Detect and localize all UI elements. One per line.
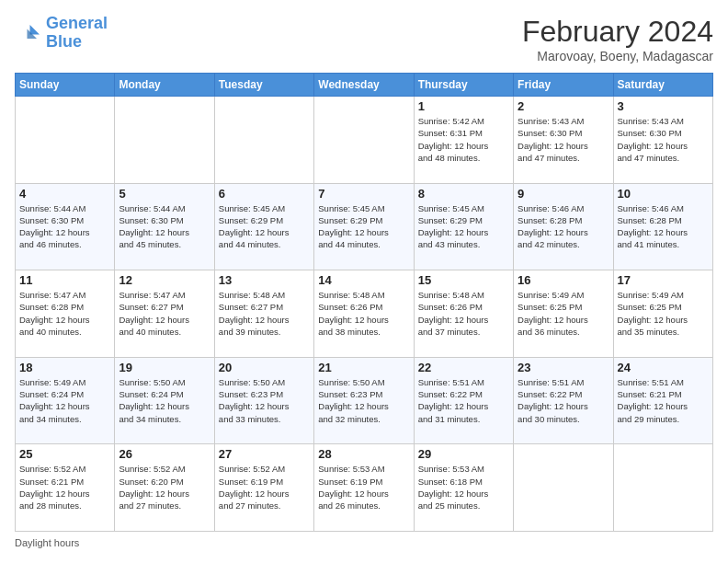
calendar-cell: 3Sunrise: 5:43 AMSunset: 6:30 PMDaylight… xyxy=(613,97,712,184)
calendar-cell xyxy=(115,97,214,184)
calendar-week-row: 1Sunrise: 5:42 AMSunset: 6:31 PMDaylight… xyxy=(16,97,713,184)
logo-icon xyxy=(15,19,42,47)
calendar-cell: 2Sunrise: 5:43 AMSunset: 6:30 PMDaylight… xyxy=(514,97,613,184)
day-number: 5 xyxy=(119,187,210,201)
day-info: Sunrise: 5:48 AMSunset: 6:26 PMDaylight:… xyxy=(418,289,509,338)
footer-text: Daylight hours xyxy=(15,537,79,548)
day-info: Sunrise: 5:50 AMSunset: 6:23 PMDaylight:… xyxy=(318,376,409,425)
day-number: 4 xyxy=(19,187,110,201)
day-number: 12 xyxy=(119,273,210,287)
calendar-cell xyxy=(16,97,115,184)
calendar-cell: 22Sunrise: 5:51 AMSunset: 6:22 PMDayligh… xyxy=(414,357,513,444)
calendar-cell: 29Sunrise: 5:53 AMSunset: 6:18 PMDayligh… xyxy=(414,444,513,532)
calendar-week-row: 18Sunrise: 5:49 AMSunset: 6:24 PMDayligh… xyxy=(16,357,713,444)
logo-text: General Blue xyxy=(46,15,108,52)
day-number: 25 xyxy=(19,447,110,461)
calendar-cell xyxy=(613,444,712,532)
day-number: 18 xyxy=(19,361,110,374)
day-info: Sunrise: 5:44 AMSunset: 6:30 PMDaylight:… xyxy=(19,202,110,251)
calendar-week-row: 4Sunrise: 5:44 AMSunset: 6:30 PMDaylight… xyxy=(16,183,713,270)
logo-blue: Blue xyxy=(46,32,82,51)
calendar-cell: 12Sunrise: 5:47 AMSunset: 6:27 PMDayligh… xyxy=(115,270,214,358)
day-info: Sunrise: 5:53 AMSunset: 6:18 PMDaylight:… xyxy=(418,463,509,511)
day-number: 7 xyxy=(318,187,409,201)
month-title: February 2024 xyxy=(522,15,713,49)
day-info: Sunrise: 5:49 AMSunset: 6:24 PMDaylight:… xyxy=(19,376,110,425)
calendar-week-row: 25Sunrise: 5:52 AMSunset: 6:21 PMDayligh… xyxy=(16,444,713,532)
calendar-cell: 16Sunrise: 5:49 AMSunset: 6:25 PMDayligh… xyxy=(514,270,613,358)
day-number: 8 xyxy=(418,187,509,201)
col-header-sunday: Sunday xyxy=(16,74,115,97)
day-number: 21 xyxy=(318,361,409,374)
calendar-cell: 18Sunrise: 5:49 AMSunset: 6:24 PMDayligh… xyxy=(16,357,115,444)
calendar-cell: 23Sunrise: 5:51 AMSunset: 6:22 PMDayligh… xyxy=(514,357,613,444)
footer: Daylight hours xyxy=(15,537,713,548)
col-header-tuesday: Tuesday xyxy=(214,74,313,97)
calendar-cell: 8Sunrise: 5:45 AMSunset: 6:29 PMDaylight… xyxy=(414,183,513,270)
calendar-cell: 24Sunrise: 5:51 AMSunset: 6:21 PMDayligh… xyxy=(613,357,712,444)
day-info: Sunrise: 5:51 AMSunset: 6:22 PMDaylight:… xyxy=(418,376,509,425)
day-number: 24 xyxy=(618,361,709,374)
calendar-cell: 21Sunrise: 5:50 AMSunset: 6:23 PMDayligh… xyxy=(314,357,414,444)
calendar-cell: 28Sunrise: 5:53 AMSunset: 6:19 PMDayligh… xyxy=(314,444,414,532)
location: Marovoay, Boeny, Madagascar xyxy=(522,49,713,63)
calendar-header-row: SundayMondayTuesdayWednesdayThursdayFrid… xyxy=(16,74,713,97)
day-number: 14 xyxy=(318,273,409,287)
calendar-cell: 1Sunrise: 5:42 AMSunset: 6:31 PMDaylight… xyxy=(414,97,513,184)
calendar-cell: 17Sunrise: 5:49 AMSunset: 6:25 PMDayligh… xyxy=(613,270,712,358)
calendar-cell: 13Sunrise: 5:48 AMSunset: 6:27 PMDayligh… xyxy=(214,270,313,358)
title-block: February 2024 Marovoay, Boeny, Madagasca… xyxy=(522,15,713,63)
day-info: Sunrise: 5:45 AMSunset: 6:29 PMDaylight:… xyxy=(418,202,509,251)
calendar-cell: 20Sunrise: 5:50 AMSunset: 6:23 PMDayligh… xyxy=(214,357,313,444)
calendar-cell: 15Sunrise: 5:48 AMSunset: 6:26 PMDayligh… xyxy=(414,270,513,358)
day-info: Sunrise: 5:50 AMSunset: 6:24 PMDaylight:… xyxy=(119,376,210,425)
calendar-cell xyxy=(314,97,414,184)
day-number: 11 xyxy=(19,273,110,287)
day-info: Sunrise: 5:45 AMSunset: 6:29 PMDaylight:… xyxy=(318,202,409,251)
calendar-cell xyxy=(514,444,613,532)
calendar-cell xyxy=(214,97,313,184)
day-info: Sunrise: 5:46 AMSunset: 6:28 PMDaylight:… xyxy=(518,202,609,251)
col-header-monday: Monday xyxy=(115,74,214,97)
day-info: Sunrise: 5:53 AMSunset: 6:19 PMDaylight:… xyxy=(318,463,409,511)
day-info: Sunrise: 5:51 AMSunset: 6:21 PMDaylight:… xyxy=(618,376,709,425)
day-number: 20 xyxy=(219,361,310,374)
calendar-cell: 6Sunrise: 5:45 AMSunset: 6:29 PMDaylight… xyxy=(214,183,313,270)
col-header-thursday: Thursday xyxy=(414,74,513,97)
logo: General Blue xyxy=(15,15,108,52)
day-number: 28 xyxy=(318,447,409,461)
day-number: 19 xyxy=(119,361,210,374)
calendar-table: SundayMondayTuesdayWednesdayThursdayFrid… xyxy=(15,73,713,532)
day-info: Sunrise: 5:49 AMSunset: 6:25 PMDaylight:… xyxy=(518,289,609,338)
day-info: Sunrise: 5:51 AMSunset: 6:22 PMDaylight:… xyxy=(518,376,609,425)
calendar-cell: 14Sunrise: 5:48 AMSunset: 6:26 PMDayligh… xyxy=(314,270,414,358)
col-header-wednesday: Wednesday xyxy=(314,74,414,97)
day-number: 27 xyxy=(219,447,310,461)
day-number: 10 xyxy=(618,187,709,201)
day-number: 3 xyxy=(618,99,709,113)
day-number: 17 xyxy=(618,273,709,287)
logo-general: General xyxy=(46,14,108,32)
day-number: 9 xyxy=(518,187,609,201)
day-info: Sunrise: 5:49 AMSunset: 6:25 PMDaylight:… xyxy=(618,289,709,338)
page: General Blue February 2024 Marovoay, Boe… xyxy=(0,0,728,563)
calendar-cell: 26Sunrise: 5:52 AMSunset: 6:20 PMDayligh… xyxy=(115,444,214,532)
day-info: Sunrise: 5:48 AMSunset: 6:27 PMDaylight:… xyxy=(219,289,310,338)
calendar-cell: 7Sunrise: 5:45 AMSunset: 6:29 PMDaylight… xyxy=(314,183,414,270)
day-info: Sunrise: 5:52 AMSunset: 6:20 PMDaylight:… xyxy=(119,463,210,511)
header: General Blue February 2024 Marovoay, Boe… xyxy=(15,15,713,63)
calendar-cell: 9Sunrise: 5:46 AMSunset: 6:28 PMDaylight… xyxy=(514,183,613,270)
col-header-saturday: Saturday xyxy=(613,74,712,97)
calendar-cell: 10Sunrise: 5:46 AMSunset: 6:28 PMDayligh… xyxy=(613,183,712,270)
calendar-cell: 25Sunrise: 5:52 AMSunset: 6:21 PMDayligh… xyxy=(16,444,115,532)
day-number: 22 xyxy=(418,361,509,374)
day-info: Sunrise: 5:45 AMSunset: 6:29 PMDaylight:… xyxy=(219,202,310,251)
day-info: Sunrise: 5:47 AMSunset: 6:27 PMDaylight:… xyxy=(119,289,210,338)
day-number: 23 xyxy=(518,361,609,374)
day-info: Sunrise: 5:50 AMSunset: 6:23 PMDaylight:… xyxy=(219,376,310,425)
col-header-friday: Friday xyxy=(514,74,613,97)
day-info: Sunrise: 5:43 AMSunset: 6:30 PMDaylight:… xyxy=(618,115,709,164)
calendar-week-row: 11Sunrise: 5:47 AMSunset: 6:28 PMDayligh… xyxy=(16,270,713,358)
svg-marker-0 xyxy=(30,25,40,35)
day-info: Sunrise: 5:47 AMSunset: 6:28 PMDaylight:… xyxy=(19,289,110,338)
